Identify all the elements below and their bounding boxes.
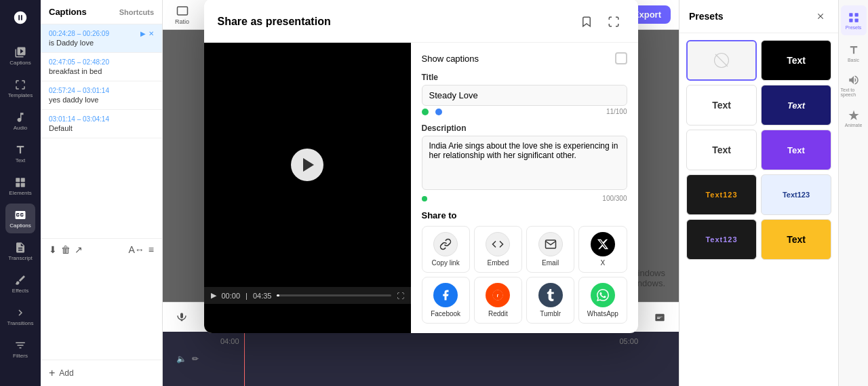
sidebar-transitions-label: Transitions xyxy=(7,320,34,326)
share-grid: Copy link Embed xyxy=(422,226,627,324)
title-icons xyxy=(422,109,442,115)
sidebar-item-media[interactable]: Captions xyxy=(5,41,35,71)
sidebar-item-transitions[interactable]: Transitions xyxy=(5,301,35,331)
preset-item-empty[interactable] xyxy=(686,40,757,81)
sidebar-item-elements[interactable]: Elements xyxy=(5,171,35,201)
preset-item-text123-2[interactable]: Text123 xyxy=(761,174,831,215)
mic-button[interactable] xyxy=(171,307,193,328)
pencil-icon[interactable]: ✏ xyxy=(192,354,199,364)
modal-overlay[interactable]: Share as presentation xyxy=(163,30,679,302)
preset-text-blue-label: Text xyxy=(787,100,805,111)
modal-expand-button[interactable] xyxy=(603,11,625,33)
video-player[interactable] xyxy=(204,43,411,287)
add-caption-button[interactable]: + Add xyxy=(41,360,162,386)
sidebar-item-text[interactable]: Text xyxy=(5,138,35,168)
preset-item-text-yellow[interactable]: Text xyxy=(761,219,831,260)
caption-translate-icon[interactable]: A↔ xyxy=(128,244,144,255)
desc-green-dot xyxy=(422,196,427,201)
caption-time-2: 02:57:24 – 03:01:14 xyxy=(49,87,154,94)
timeline-marker xyxy=(244,332,245,386)
title-label: Title xyxy=(422,73,627,82)
share-facebook[interactable]: Facebook xyxy=(422,277,470,324)
caption-play-icon[interactable]: ▶ xyxy=(140,30,146,37)
caption-delete-icon[interactable]: ✕ xyxy=(149,30,154,37)
video-play-icon[interactable]: ▶ xyxy=(211,291,216,300)
preset-item-text-white[interactable]: Text xyxy=(761,40,831,81)
email-icon xyxy=(538,232,563,256)
sidebar-item-effects[interactable]: Effects xyxy=(5,269,35,298)
preset-text-basic-label: Text xyxy=(712,100,731,111)
share-x[interactable]: X xyxy=(578,226,627,273)
presets-icon-tts[interactable]: Text to speech xyxy=(841,71,867,100)
caption-item-2[interactable]: 02:57:24 – 03:01:14 yes daddy love xyxy=(41,81,162,110)
caption-export-icon[interactable]: ↗ xyxy=(75,244,83,255)
svg-rect-0 xyxy=(16,178,20,182)
sidebar-item-captions[interactable]: Captions xyxy=(5,204,35,233)
sidebar-elements-label: Elements xyxy=(9,190,31,196)
preset-item-text-dark3[interactable]: Text xyxy=(686,130,757,170)
captions-title: Captions xyxy=(49,7,87,17)
title-green-dot xyxy=(422,109,429,115)
facebook-icon xyxy=(433,283,458,307)
preset-item-text123-1[interactable]: Text123 xyxy=(686,174,757,215)
caption-delete-all-icon[interactable]: 🗑 xyxy=(61,244,71,255)
caption-item-1[interactable]: 02:47:05 – 02:48:20 breakfast in bed xyxy=(41,53,162,81)
preset-item-text123-3[interactable]: Text123 xyxy=(686,219,757,260)
modal-bookmark-button[interactable] xyxy=(576,11,597,33)
svg-rect-3 xyxy=(21,182,25,187)
video-progress-bar[interactable] xyxy=(277,294,391,296)
video-play-button[interactable] xyxy=(291,149,323,181)
copy-link-icon xyxy=(433,232,458,256)
copy-link-label: Copy link xyxy=(432,259,460,267)
title-input[interactable] xyxy=(422,85,627,106)
show-captions-label: Show captions xyxy=(422,54,479,64)
preset-text-dark3-label: Text xyxy=(712,144,731,155)
sidebar-item-templates[interactable]: Templates xyxy=(5,73,35,103)
description-textarea[interactable]: India Arie sings about the love she is e… xyxy=(422,136,627,190)
presets-icon-presets[interactable]: Presets xyxy=(841,5,867,35)
description-field: Description India Arie sings about the l… xyxy=(422,123,627,202)
show-captions-checkbox[interactable] xyxy=(615,52,627,64)
presets-icon-strip: Presets Basic Text to speech Animate xyxy=(838,0,868,386)
preset-item-text-purple[interactable]: Text xyxy=(761,130,831,170)
share-tumblr[interactable]: Tumblr xyxy=(526,277,574,324)
whatsapp-icon xyxy=(591,283,615,307)
sidebar-item-filters[interactable]: Filters xyxy=(5,334,35,364)
caption-item-0[interactable]: 00:24:28 – 00:26:09 ▶ ✕ is Daddy love xyxy=(41,24,162,53)
share-email[interactable]: Email xyxy=(526,226,574,273)
reddit-icon: r xyxy=(486,283,510,307)
presets-close-button[interactable] xyxy=(812,8,829,24)
share-reddit[interactable]: r Reddit xyxy=(474,277,522,324)
presets-icon-animate[interactable]: Animate xyxy=(841,103,867,133)
embed-label: Embed xyxy=(488,259,509,267)
svg-rect-14 xyxy=(854,18,858,22)
svg-rect-4 xyxy=(177,7,187,15)
sidebar-item-transcript[interactable]: Transcript xyxy=(5,236,35,266)
tumblr-label: Tumblr xyxy=(540,310,561,317)
preset-item-text-basic[interactable]: Text xyxy=(686,85,757,126)
presets-icon-basic[interactable]: Basic xyxy=(841,38,867,68)
share-embed[interactable]: Embed xyxy=(474,226,522,273)
captions-shortcuts-btn[interactable]: Shortcuts xyxy=(119,8,154,16)
share-whatsapp[interactable]: WhatsApp xyxy=(578,277,627,324)
volume-icon[interactable]: 🔈 xyxy=(176,354,186,364)
share-copy-link[interactable]: Copy link xyxy=(422,226,470,273)
caption-display-button[interactable] xyxy=(649,307,671,328)
preset-text-white-label: Text xyxy=(787,55,806,66)
preset-item-text-blue[interactable]: Text xyxy=(761,85,831,126)
preset-text123-1-label: Text123 xyxy=(705,191,737,199)
tumblr-icon xyxy=(538,283,563,307)
captions-panel: Captions Shortcuts 00:24:28 – 00:26:09 ▶… xyxy=(41,0,163,386)
embed-icon xyxy=(486,232,510,256)
ratio-button[interactable]: Ratio xyxy=(171,1,193,29)
caption-download-icon[interactable]: ⬇ xyxy=(49,244,57,255)
sidebar-item-audio[interactable]: Audio xyxy=(5,106,35,136)
captions-panel-header: Captions Shortcuts xyxy=(41,0,162,24)
caption-search-icon[interactable]: ≡ xyxy=(149,244,154,255)
show-captions-row: Show captions xyxy=(422,52,627,64)
video-fullscreen-button[interactable]: ⛶ xyxy=(397,292,404,300)
caption-item-3[interactable]: 03:01:14 – 03:04:14 Default xyxy=(41,110,162,138)
svg-rect-1 xyxy=(21,178,25,182)
timeline-time-04: 04:00 xyxy=(220,337,239,345)
app-logo[interactable] xyxy=(11,8,30,27)
